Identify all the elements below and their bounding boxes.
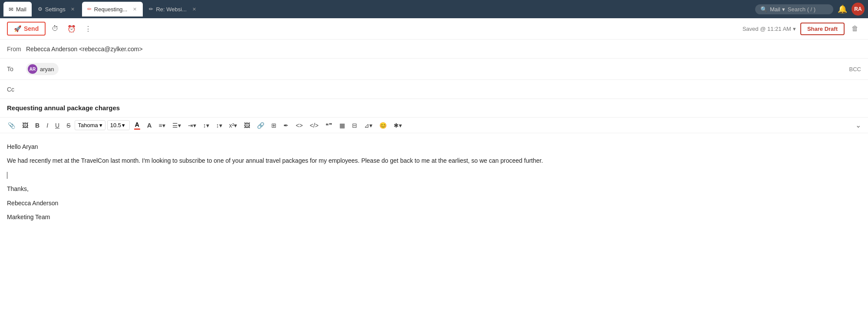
from-label: From bbox=[7, 46, 26, 53]
signature-button[interactable]: ✒ bbox=[281, 120, 291, 131]
line-height-button[interactable]: ↕▾ bbox=[214, 120, 225, 131]
subject-value[interactable]: Requesting annual package charges bbox=[7, 104, 120, 112]
settings-tab-icon: ⚙ bbox=[38, 6, 43, 12]
align-button[interactable]: ≡▾ bbox=[156, 120, 168, 131]
share-draft-button[interactable]: Share Draft bbox=[800, 23, 845, 35]
requesting-tab-icon: ✏ bbox=[87, 6, 92, 12]
tab-bar: ✉ Mail ⚙ Settings ✕ ✏ Requesting... ✕ ✏ … bbox=[0, 0, 868, 18]
schedule-send-button[interactable]: ⏱ bbox=[49, 22, 61, 35]
rewebsi-tab-label: Re: Websi... bbox=[156, 6, 187, 13]
strikethrough-button[interactable]: S bbox=[64, 120, 73, 131]
tab-rewebsi[interactable]: ✏ Re: Websi... ✕ bbox=[144, 2, 202, 16]
saved-text-value: Saved @ 11:21 AM bbox=[743, 26, 791, 32]
bcc-label[interactable]: BCC bbox=[849, 66, 861, 72]
to-row[interactable]: To AR aryan BCC bbox=[0, 59, 868, 80]
tab-bar-right: 🔍 Mail ▾ Search ( / ) 🔔 RA bbox=[755, 3, 865, 16]
schedule-icon: ⏱ bbox=[52, 25, 59, 33]
rewebsi-tab-close[interactable]: ✕ bbox=[191, 6, 197, 12]
table-button[interactable]: ⊞ bbox=[269, 120, 279, 131]
table2-button[interactable]: ▦ bbox=[337, 120, 348, 131]
list-button[interactable]: ☰▾ bbox=[170, 120, 184, 131]
requesting-tab-close[interactable]: ✕ bbox=[132, 6, 138, 12]
more-format-button[interactable]: ✱▾ bbox=[391, 120, 404, 131]
to-label: To bbox=[7, 66, 26, 72]
send-label: Send bbox=[24, 25, 39, 32]
body-greeting: Hello Aryan bbox=[7, 142, 861, 151]
body-cursor-line bbox=[7, 170, 861, 180]
font-chevron-icon: ▾ bbox=[99, 122, 102, 128]
blockquote-button[interactable]: ❝❞ bbox=[323, 120, 335, 131]
rewebsi-tab-icon: ✏ bbox=[149, 6, 153, 12]
insert-image-button[interactable]: 🖼 bbox=[20, 120, 31, 131]
link-button[interactable]: 🔗 bbox=[254, 120, 267, 131]
indent-button[interactable]: ⇥▾ bbox=[185, 120, 199, 131]
code-block-button[interactable]: </> bbox=[307, 120, 321, 131]
font-family-select[interactable]: Tahoma ▾ bbox=[75, 120, 105, 130]
cc-row[interactable]: Cc bbox=[0, 80, 868, 99]
font-size-chevron-icon: ▾ bbox=[122, 122, 125, 128]
emoji-button[interactable]: 😊 bbox=[377, 120, 389, 131]
body-role: Marketing Team bbox=[7, 212, 861, 222]
font-name-value: Tahoma bbox=[78, 122, 98, 128]
toolbar-right: Saved @ 11:21 AM ▾ Share Draft 🗑 bbox=[743, 22, 861, 35]
mail-tab-icon: ✉ bbox=[9, 6, 13, 13]
search-placeholder: Search ( / ) bbox=[788, 6, 815, 13]
mail-dropdown[interactable]: Mail ▾ bbox=[770, 6, 785, 13]
settings-tab-label: Settings bbox=[45, 6, 66, 13]
recipient-chip[interactable]: AR aryan bbox=[26, 63, 59, 75]
subject-row[interactable]: Requesting annual package charges bbox=[0, 99, 868, 118]
avatar: RA bbox=[852, 3, 865, 16]
mail-tab-label: Mail bbox=[16, 6, 26, 13]
delete-button[interactable]: 🗑 bbox=[849, 22, 861, 35]
background-color-button[interactable]: A bbox=[145, 120, 155, 131]
font-color-button[interactable]: A bbox=[132, 120, 143, 131]
body-closing: Thanks, bbox=[7, 184, 861, 194]
reminder-icon: ⏰ bbox=[67, 25, 76, 33]
to-field[interactable]: AR aryan bbox=[26, 63, 849, 75]
settings-tab-close[interactable]: ✕ bbox=[70, 6, 76, 12]
compose-toolbar: 🚀 Send ⏱ ⏰ ⋮ Saved @ 11:21 AM ▾ Share Dr… bbox=[0, 18, 868, 39]
expand-button[interactable]: ⌄ bbox=[854, 119, 863, 131]
from-value: Rebecca Anderson <rebecca@zylker.com> bbox=[26, 46, 861, 53]
notification-bell-icon[interactable]: 🔔 bbox=[838, 4, 847, 14]
tab-mail[interactable]: ✉ Mail bbox=[3, 2, 32, 16]
tab-settings[interactable]: ⚙ Settings ✕ bbox=[33, 2, 81, 16]
saved-chevron-icon[interactable]: ▾ bbox=[793, 26, 796, 32]
body-paragraph: We had recently met at the TravelCon las… bbox=[7, 156, 861, 165]
recipient-name: aryan bbox=[40, 66, 54, 72]
font-color-letter: A bbox=[135, 121, 139, 128]
cc-label: Cc bbox=[7, 86, 26, 93]
more-options-icon: ⋮ bbox=[85, 25, 92, 33]
italic-button[interactable]: I bbox=[44, 120, 51, 131]
recipient-avatar: AR bbox=[28, 64, 37, 74]
font-size-select[interactable]: 10.5 ▾ bbox=[107, 120, 130, 130]
body-name: Rebecca Anderson bbox=[7, 198, 861, 208]
underline-button[interactable]: U bbox=[53, 120, 62, 131]
font-color-bar bbox=[134, 128, 140, 130]
saved-status: Saved @ 11:21 AM ▾ bbox=[743, 26, 796, 32]
more-options-button[interactable]: ⋮ bbox=[82, 22, 94, 36]
send-icon: 🚀 bbox=[14, 25, 21, 32]
adjust-button[interactable]: ⊿▾ bbox=[362, 120, 375, 131]
mail-dropdown-label: Mail bbox=[770, 6, 780, 13]
bold-button[interactable]: B bbox=[33, 120, 42, 131]
format-toolbar: 📎 🖼 B I U S Tahoma ▾ 10.5 ▾ A A ≡▾ ☰▾ ⇥▾… bbox=[0, 118, 868, 133]
email-compose-area: From Rebecca Anderson <rebecca@zylker.co… bbox=[0, 39, 868, 309]
reminder-button[interactable]: ⏰ bbox=[65, 22, 79, 36]
superscript-button[interactable]: x²▾ bbox=[227, 120, 240, 131]
text-direction-button[interactable]: ↕▾ bbox=[201, 120, 212, 131]
search-icon: 🔍 bbox=[760, 6, 767, 13]
tab-requesting[interactable]: ✏ Requesting... ✕ bbox=[82, 2, 143, 16]
chevron-down-icon: ▾ bbox=[782, 6, 785, 13]
font-size-value: 10.5 bbox=[110, 122, 121, 128]
requesting-tab-label: Requesting... bbox=[94, 6, 128, 13]
code-inline-button[interactable]: <> bbox=[293, 120, 305, 131]
attach-file-button[interactable]: 📎 bbox=[5, 120, 18, 131]
insert-photo-button[interactable]: 🖼 bbox=[241, 120, 253, 131]
column-button[interactable]: ⊟ bbox=[349, 120, 360, 131]
send-button[interactable]: 🚀 Send bbox=[7, 22, 46, 36]
email-body[interactable]: Hello Aryan We had recently met at the T… bbox=[0, 133, 868, 309]
from-row: From Rebecca Anderson <rebecca@zylker.co… bbox=[0, 39, 868, 59]
search-box[interactable]: 🔍 Mail ▾ Search ( / ) bbox=[755, 4, 833, 14]
